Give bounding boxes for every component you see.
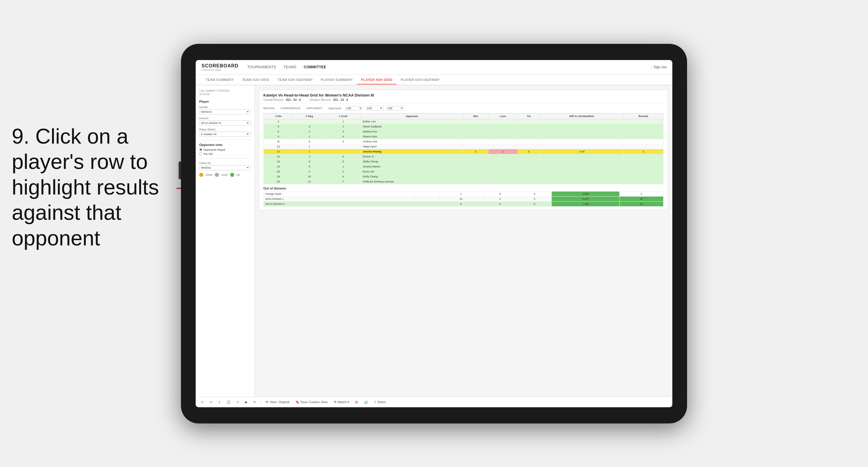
header-row: # Div # Reg # Conf Opponent Win Loss Tie… bbox=[264, 113, 663, 119]
sub-nav-player-summary[interactable]: PLAYER SUMMARY bbox=[317, 75, 357, 85]
player-h2h-table: # Div # Reg # Conf Opponent Win Loss Tie… bbox=[264, 113, 663, 184]
refresh-button[interactable]: ↻ bbox=[252, 400, 258, 405]
player-section-title: Player bbox=[199, 100, 251, 103]
out-of-div-container: Foreign Team 1 0 0 4.500 2 NAIA Divisio bbox=[259, 191, 668, 210]
sub-nav-player-h2h-grid[interactable]: PLAYER H2H GRID bbox=[357, 75, 397, 85]
opponent-view-title: Opponent view bbox=[199, 143, 251, 147]
view-original-button[interactable]: 👁 View: Original bbox=[264, 400, 291, 404]
bottom-toolbar: ↩ ↪ ⤓ 📋 ✂ ▶ ↻ | 👁 View: Original 🔖 Save … bbox=[196, 397, 672, 407]
out-of-div-ncaa2[interactable]: NCAA Division 2 5 0 0 7.400 10 bbox=[264, 201, 663, 206]
sub-nav-team-h2h-heatmap[interactable]: TEAM H2H HEATMAP bbox=[273, 75, 317, 85]
filter-controls: Opponents: (All) (All) (All) bbox=[329, 106, 663, 111]
logo-sub: Powered by clippd bbox=[202, 68, 239, 71]
sub-nav-player-h2h-heatmap[interactable]: PLAYER H2H HEATMAP bbox=[397, 75, 444, 85]
region-filter-group: Region bbox=[264, 107, 275, 110]
nav-committee[interactable]: COMMITTEE bbox=[304, 64, 326, 71]
table-row[interactable]: 1691 Jessica Mason bbox=[264, 164, 663, 169]
division-label: Division bbox=[199, 117, 251, 120]
col-rounds: Rounds bbox=[623, 113, 663, 119]
eye-icon: 👁 bbox=[334, 400, 337, 404]
redo-button[interactable]: ↪ bbox=[208, 400, 214, 405]
grid-title: Katelyn Vo Head-to-Head Grid for Women's… bbox=[264, 93, 663, 97]
logo-text: SCOREBOARD bbox=[202, 63, 239, 68]
table-row[interactable]: 19106 Emily Chang bbox=[264, 174, 663, 179]
out-of-div-naia1[interactable]: NAIA Division 1 15 0 0 9.267 30 bbox=[264, 196, 663, 201]
out-of-div-foreign[interactable]: Foreign Team 1 0 0 4.500 2 bbox=[264, 191, 663, 196]
player-rank-select[interactable]: 8. Katelyn Vo bbox=[199, 131, 251, 137]
view-icon: 👁 bbox=[266, 400, 269, 404]
save-custom-view-button[interactable]: 🔖 Save Custom View bbox=[293, 400, 330, 405]
conference-select[interactable]: (All) bbox=[366, 106, 383, 111]
undo-button[interactable]: ↩ bbox=[199, 400, 206, 405]
filters-row: Region Conference Opponent Opponents: (A… bbox=[259, 103, 668, 113]
tablet-side-button bbox=[179, 161, 181, 179]
right-content: Katelyn Vo Head-to-Head Grid for Women's… bbox=[254, 85, 672, 397]
table-row[interactable]: 1474 Eunice Yi bbox=[264, 154, 663, 159]
watch-button[interactable]: 👁 Watch ▾ bbox=[332, 400, 351, 405]
out-of-div-table: Foreign Team 1 0 0 4.500 2 NAIA Divisio bbox=[264, 191, 663, 207]
sub-nav-team-summary[interactable]: TEAM SUMMARY bbox=[202, 75, 238, 85]
share-button[interactable]: ⇧ Share bbox=[372, 400, 388, 405]
region-select[interactable]: (All) bbox=[345, 106, 363, 111]
opponent-filter-group: Opponent bbox=[307, 107, 323, 110]
share-icon: ⇧ bbox=[374, 400, 376, 404]
opponent-view-radio-group: Opponents Played Top 100 bbox=[199, 148, 251, 155]
table-body: 31 Esther Lee 522 Alexis Sudijanto bbox=[264, 119, 663, 184]
player-rank-label: Player (Rank) bbox=[199, 128, 251, 131]
legend-level-dot bbox=[215, 173, 219, 177]
table-row[interactable]: 1063 Andrea York bbox=[264, 139, 663, 144]
main-content: Last Updated: 27/03/2024 16:55:38 Player… bbox=[196, 85, 672, 397]
opponent-select[interactable]: (All) bbox=[386, 106, 404, 111]
conference-filter-group: Conference bbox=[281, 107, 301, 110]
col-win: Win bbox=[463, 113, 488, 119]
nav-teams[interactable]: TEAMS bbox=[284, 64, 297, 71]
annotation-text: 9. Click on a player's row to highlight … bbox=[12, 124, 177, 251]
radio-top100[interactable]: Top 100 bbox=[199, 152, 251, 155]
overall-record: Overall Record: 353 - 34 - 6 bbox=[264, 98, 301, 101]
table-row[interactable]: 613 Sydney Kuo bbox=[264, 129, 663, 134]
grid-panel: Katelyn Vo Head-to-Head Grid for Women's… bbox=[259, 90, 668, 210]
legend-down-dot bbox=[199, 173, 203, 177]
conference-filter-label: Conference bbox=[281, 107, 301, 110]
col-reg: # Reg bbox=[293, 113, 326, 119]
col-conf: # Conf bbox=[326, 113, 361, 119]
cut-button[interactable]: ✂ bbox=[235, 400, 241, 405]
division-record: Division Record: 331 - 34 - 6 bbox=[310, 98, 348, 101]
table-header: # Div # Reg # Conf Opponent Win Loss Tie… bbox=[264, 113, 663, 119]
chart-button[interactable]: 📊 bbox=[362, 400, 370, 405]
sub-nav-team-h2h-grid[interactable]: TEAM H2H GRID bbox=[238, 75, 274, 85]
legend-up-dot bbox=[230, 173, 234, 177]
play-button[interactable]: ▶ bbox=[243, 400, 249, 405]
save-button[interactable]: ⤓ bbox=[216, 400, 222, 405]
logo: SCOREBOARD Powered by clippd bbox=[202, 63, 239, 71]
sign-out-link[interactable]: Sign out bbox=[653, 65, 666, 69]
table-row[interactable]: 31 Esther Lee bbox=[264, 119, 663, 124]
gender-label: Gender bbox=[199, 106, 251, 108]
colour-legend: Down Level Up bbox=[199, 173, 251, 177]
table-row[interactable]: 1822 Euna Lee bbox=[264, 169, 663, 174]
colour-by-select[interactable]: Win/loss bbox=[199, 165, 251, 170]
radio-opponents-played[interactable]: Opponents Played bbox=[199, 148, 251, 151]
grid-header: Katelyn Vo Head-to-Head Grid for Women's… bbox=[259, 90, 668, 103]
table-row[interactable]: 522 Alexis Sudijanto bbox=[264, 124, 663, 129]
table-row[interactable]: 1585 Stella Cheng bbox=[264, 159, 663, 164]
nav-links: TOURNAMENTS TEAMS COMMITTEE bbox=[247, 64, 651, 71]
radio-dot-opponents-played bbox=[199, 148, 202, 151]
table-row[interactable]: 20117 Federica Domecq Lacroze bbox=[264, 179, 663, 184]
region-filter-label: Region bbox=[264, 107, 275, 110]
tablet-frame: SCOREBOARD Powered by clippd TOURNAMENTS… bbox=[181, 44, 687, 424]
nav-right: | Sign out bbox=[651, 65, 666, 69]
gender-select[interactable]: Women's bbox=[199, 109, 251, 115]
legend-up-label: Up bbox=[237, 173, 240, 176]
table-row[interactable]: 131 Haeju Hyun bbox=[264, 144, 663, 149]
sub-nav: TEAM SUMMARY TEAM H2H GRID TEAM H2H HEAT… bbox=[196, 75, 672, 85]
colour-by-label: Colour by bbox=[199, 161, 251, 164]
col-opponent: Opponent bbox=[361, 113, 463, 119]
nav-tournaments[interactable]: TOURNAMENTS bbox=[247, 64, 276, 71]
table-row[interactable]: 914 Sharon Mun bbox=[264, 134, 663, 139]
table-row-jessica-huang[interactable]: 131 Jessica Huang 0 1 0 -3.00 2 bbox=[264, 149, 663, 154]
division-select[interactable]: NCAA Division III bbox=[199, 120, 251, 126]
copy-button[interactable]: 📋 bbox=[225, 400, 232, 405]
main-table-container: # Div # Reg # Conf Opponent Win Loss Tie… bbox=[259, 113, 668, 184]
grid-button[interactable]: ⊞ bbox=[353, 400, 360, 405]
